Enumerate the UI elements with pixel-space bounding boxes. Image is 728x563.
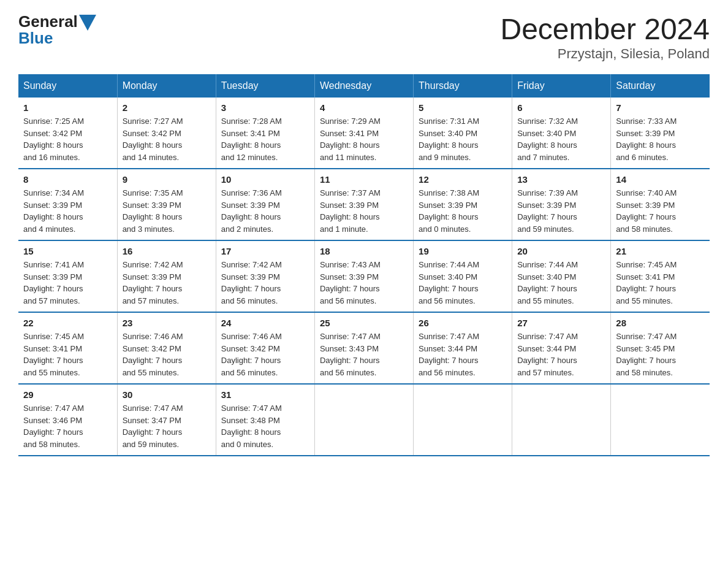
day-number: 20 bbox=[517, 246, 605, 256]
calendar-week-row: 15 Sunrise: 7:41 AMSunset: 3:39 PMDaylig… bbox=[18, 240, 710, 312]
day-number: 12 bbox=[419, 174, 507, 185]
calendar-week-row: 29 Sunrise: 7:47 AMSunset: 3:46 PMDaylig… bbox=[18, 384, 710, 456]
table-row bbox=[512, 384, 611, 456]
day-info: Sunrise: 7:32 AMSunset: 3:40 PMDaylight:… bbox=[517, 117, 578, 162]
day-number: 25 bbox=[320, 318, 408, 328]
day-info: Sunrise: 7:44 AMSunset: 3:40 PMDaylight:… bbox=[517, 260, 578, 305]
day-info: Sunrise: 7:47 AMSunset: 3:43 PMDaylight:… bbox=[320, 332, 381, 377]
table-row: 12 Sunrise: 7:38 AMSunset: 3:39 PMDaylig… bbox=[414, 169, 512, 240]
day-info: Sunrise: 7:27 AMSunset: 3:42 PMDaylight:… bbox=[123, 117, 183, 162]
day-number: 9 bbox=[123, 174, 211, 185]
table-row: 20 Sunrise: 7:44 AMSunset: 3:40 PMDaylig… bbox=[512, 240, 611, 312]
calendar-header-row: Sunday Monday Tuesday Wednesday Thursday… bbox=[18, 74, 710, 98]
table-row: 17 Sunrise: 7:42 AMSunset: 3:39 PMDaylig… bbox=[216, 240, 314, 312]
table-row bbox=[611, 384, 710, 456]
logo: General Blue bbox=[18, 12, 96, 48]
day-number: 16 bbox=[123, 246, 211, 256]
day-number: 17 bbox=[221, 246, 309, 256]
table-row: 8 Sunrise: 7:34 AMSunset: 3:39 PMDayligh… bbox=[18, 169, 117, 240]
table-row: 14 Sunrise: 7:40 AMSunset: 3:39 PMDaylig… bbox=[611, 169, 710, 240]
day-info: Sunrise: 7:47 AMSunset: 3:48 PMDaylight:… bbox=[221, 404, 282, 449]
calendar-week-row: 1 Sunrise: 7:25 AMSunset: 3:42 PMDayligh… bbox=[18, 98, 710, 169]
table-row: 6 Sunrise: 7:32 AMSunset: 3:40 PMDayligh… bbox=[512, 98, 611, 169]
table-row: 11 Sunrise: 7:37 AMSunset: 3:39 PMDaylig… bbox=[314, 169, 413, 240]
day-info: Sunrise: 7:28 AMSunset: 3:41 PMDaylight:… bbox=[221, 117, 282, 162]
day-number: 23 bbox=[123, 318, 211, 328]
table-row: 28 Sunrise: 7:47 AMSunset: 3:45 PMDaylig… bbox=[611, 312, 710, 384]
day-number: 3 bbox=[221, 102, 309, 113]
day-number: 30 bbox=[123, 389, 211, 400]
calendar-week-row: 8 Sunrise: 7:34 AMSunset: 3:39 PMDayligh… bbox=[18, 169, 710, 240]
table-row: 1 Sunrise: 7:25 AMSunset: 3:42 PMDayligh… bbox=[18, 98, 117, 169]
day-info: Sunrise: 7:25 AMSunset: 3:42 PMDaylight:… bbox=[23, 117, 84, 162]
col-friday: Friday bbox=[512, 74, 611, 98]
table-row: 4 Sunrise: 7:29 AMSunset: 3:41 PMDayligh… bbox=[314, 98, 413, 169]
calendar-week-row: 22 Sunrise: 7:45 AMSunset: 3:41 PMDaylig… bbox=[18, 312, 710, 384]
svg-marker-0 bbox=[79, 15, 96, 31]
table-row: 24 Sunrise: 7:46 AMSunset: 3:42 PMDaylig… bbox=[216, 312, 314, 384]
day-number: 24 bbox=[221, 318, 309, 328]
title-block: December 2024 Przystajn, Silesia, Poland bbox=[500, 12, 710, 62]
table-row: 27 Sunrise: 7:47 AMSunset: 3:44 PMDaylig… bbox=[512, 312, 611, 384]
day-number: 1 bbox=[23, 102, 112, 113]
logo-blue-text: Blue bbox=[18, 29, 53, 48]
col-thursday: Thursday bbox=[414, 74, 512, 98]
day-info: Sunrise: 7:47 AMSunset: 3:46 PMDaylight:… bbox=[23, 404, 84, 449]
table-row: 10 Sunrise: 7:36 AMSunset: 3:39 PMDaylig… bbox=[216, 169, 314, 240]
table-row: 22 Sunrise: 7:45 AMSunset: 3:41 PMDaylig… bbox=[18, 312, 117, 384]
calendar-title: December 2024 bbox=[500, 12, 710, 46]
day-number: 13 bbox=[517, 174, 605, 185]
day-number: 15 bbox=[23, 246, 112, 256]
table-row: 21 Sunrise: 7:45 AMSunset: 3:41 PMDaylig… bbox=[611, 240, 710, 312]
day-info: Sunrise: 7:47 AMSunset: 3:45 PMDaylight:… bbox=[616, 332, 677, 377]
table-row: 3 Sunrise: 7:28 AMSunset: 3:41 PMDayligh… bbox=[216, 98, 314, 169]
day-info: Sunrise: 7:45 AMSunset: 3:41 PMDaylight:… bbox=[23, 332, 84, 377]
day-info: Sunrise: 7:31 AMSunset: 3:40 PMDaylight:… bbox=[419, 117, 479, 162]
table-row: 25 Sunrise: 7:47 AMSunset: 3:43 PMDaylig… bbox=[314, 312, 413, 384]
day-info: Sunrise: 7:39 AMSunset: 3:39 PMDaylight:… bbox=[517, 188, 578, 234]
day-info: Sunrise: 7:34 AMSunset: 3:39 PMDaylight:… bbox=[23, 188, 84, 234]
col-sunday: Sunday bbox=[18, 74, 117, 98]
table-row: 26 Sunrise: 7:47 AMSunset: 3:44 PMDaylig… bbox=[414, 312, 512, 384]
day-info: Sunrise: 7:41 AMSunset: 3:39 PMDaylight:… bbox=[23, 260, 84, 305]
day-info: Sunrise: 7:45 AMSunset: 3:41 PMDaylight:… bbox=[616, 260, 677, 305]
day-number: 5 bbox=[419, 102, 507, 113]
table-row bbox=[314, 384, 413, 456]
table-row: 30 Sunrise: 7:47 AMSunset: 3:47 PMDaylig… bbox=[117, 384, 216, 456]
table-row: 5 Sunrise: 7:31 AMSunset: 3:40 PMDayligh… bbox=[414, 98, 512, 169]
day-number: 2 bbox=[123, 102, 211, 113]
day-info: Sunrise: 7:36 AMSunset: 3:39 PMDaylight:… bbox=[221, 188, 282, 234]
day-number: 8 bbox=[23, 174, 112, 185]
day-info: Sunrise: 7:29 AMSunset: 3:41 PMDaylight:… bbox=[320, 117, 381, 162]
day-info: Sunrise: 7:46 AMSunset: 3:42 PMDaylight:… bbox=[221, 332, 282, 377]
table-row: 29 Sunrise: 7:47 AMSunset: 3:46 PMDaylig… bbox=[18, 384, 117, 456]
logo-triangle-icon bbox=[79, 15, 96, 31]
day-info: Sunrise: 7:42 AMSunset: 3:39 PMDaylight:… bbox=[123, 260, 183, 305]
day-number: 6 bbox=[517, 102, 605, 113]
day-number: 21 bbox=[616, 246, 705, 256]
table-row: 9 Sunrise: 7:35 AMSunset: 3:39 PMDayligh… bbox=[117, 169, 216, 240]
day-info: Sunrise: 7:33 AMSunset: 3:39 PMDaylight:… bbox=[616, 117, 677, 162]
table-row: 7 Sunrise: 7:33 AMSunset: 3:39 PMDayligh… bbox=[611, 98, 710, 169]
day-number: 19 bbox=[419, 246, 507, 256]
day-number: 22 bbox=[23, 318, 112, 328]
day-info: Sunrise: 7:35 AMSunset: 3:39 PMDaylight:… bbox=[123, 188, 183, 234]
day-info: Sunrise: 7:47 AMSunset: 3:44 PMDaylight:… bbox=[517, 332, 578, 377]
day-number: 14 bbox=[616, 174, 705, 185]
table-row: 23 Sunrise: 7:46 AMSunset: 3:42 PMDaylig… bbox=[117, 312, 216, 384]
day-number: 4 bbox=[320, 102, 408, 113]
day-info: Sunrise: 7:38 AMSunset: 3:39 PMDaylight:… bbox=[419, 188, 479, 234]
day-number: 28 bbox=[616, 318, 705, 328]
col-saturday: Saturday bbox=[611, 74, 710, 98]
day-number: 7 bbox=[616, 102, 705, 113]
day-info: Sunrise: 7:46 AMSunset: 3:42 PMDaylight:… bbox=[123, 332, 183, 377]
table-row: 15 Sunrise: 7:41 AMSunset: 3:39 PMDaylig… bbox=[18, 240, 117, 312]
col-monday: Monday bbox=[117, 74, 216, 98]
table-row: 18 Sunrise: 7:43 AMSunset: 3:39 PMDaylig… bbox=[314, 240, 413, 312]
table-row: 2 Sunrise: 7:27 AMSunset: 3:42 PMDayligh… bbox=[117, 98, 216, 169]
day-number: 26 bbox=[419, 318, 507, 328]
col-tuesday: Tuesday bbox=[216, 74, 314, 98]
day-number: 27 bbox=[517, 318, 605, 328]
table-row bbox=[414, 384, 512, 456]
day-number: 11 bbox=[320, 174, 408, 185]
